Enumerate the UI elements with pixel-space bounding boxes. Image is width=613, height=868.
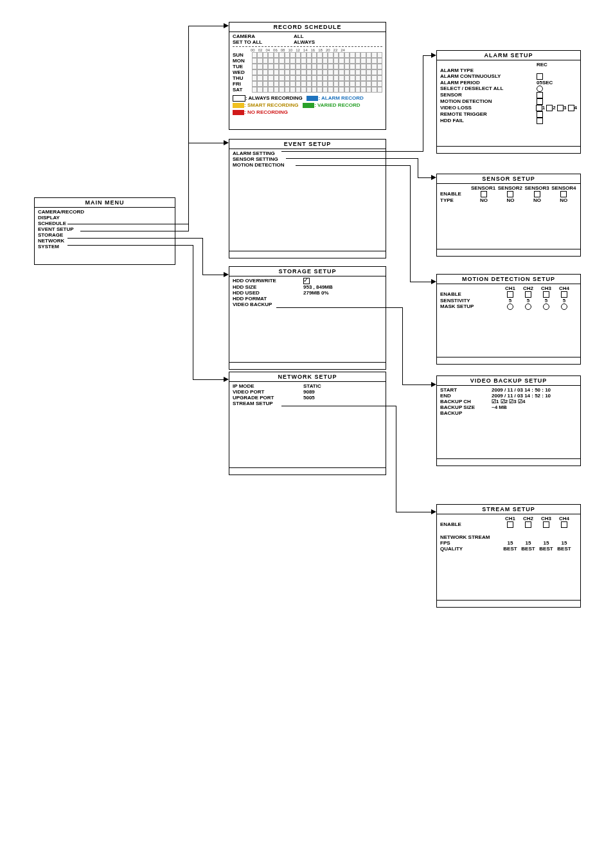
vb-start-value[interactable]: 2009 / 11 / 03 14 : 50 : 10 bbox=[492, 387, 551, 393]
schedule-cell[interactable] bbox=[301, 69, 306, 75]
schedule-cell[interactable] bbox=[257, 52, 262, 58]
stream-ch3-fps[interactable]: 15 bbox=[537, 540, 555, 546]
schedule-cell[interactable] bbox=[301, 52, 306, 58]
schedule-cell[interactable] bbox=[268, 52, 273, 58]
schedule-cell[interactable] bbox=[323, 52, 328, 58]
schedule-cell[interactable] bbox=[285, 75, 290, 81]
schedule-cell[interactable] bbox=[290, 64, 295, 69]
schedule-cell[interactable] bbox=[360, 75, 366, 81]
schedule-cell[interactable] bbox=[333, 87, 339, 93]
sensor2-enable[interactable] bbox=[507, 191, 513, 197]
motion-ch1-sens[interactable]: 5 bbox=[501, 298, 519, 303]
schedule-cell[interactable] bbox=[333, 81, 339, 87]
stream-ch1-enable[interactable] bbox=[507, 521, 513, 528]
schedule-cell[interactable] bbox=[366, 69, 371, 75]
schedule-cell[interactable] bbox=[257, 87, 262, 93]
stream-ch4-enable[interactable] bbox=[561, 521, 567, 528]
schedule-cell[interactable] bbox=[350, 58, 355, 64]
vloss-ch2-check[interactable] bbox=[546, 105, 553, 111]
schedule-cell[interactable] bbox=[268, 75, 273, 81]
schedule-cell[interactable] bbox=[366, 87, 371, 93]
schedule-cell[interactable] bbox=[274, 64, 279, 69]
schedule-cell[interactable] bbox=[279, 58, 284, 64]
schedule-cell[interactable] bbox=[296, 81, 301, 87]
schedule-cell[interactable] bbox=[328, 58, 333, 64]
upgrade-port-value[interactable]: 5005 bbox=[303, 395, 315, 401]
schedule-cell[interactable] bbox=[355, 52, 360, 58]
schedule-cell[interactable] bbox=[355, 75, 360, 81]
schedule-cell[interactable] bbox=[301, 64, 306, 69]
schedule-cell[interactable] bbox=[268, 81, 273, 87]
schedule-cell[interactable] bbox=[301, 58, 306, 64]
sensor3-enable[interactable] bbox=[534, 191, 540, 197]
schedule-cell[interactable] bbox=[257, 64, 262, 69]
schedule-cell[interactable] bbox=[328, 64, 333, 69]
stream-ch2-quality[interactable]: BEST bbox=[519, 546, 537, 552]
schedule-cell[interactable] bbox=[328, 75, 333, 81]
schedule-cell[interactable] bbox=[285, 69, 290, 75]
schedule-cell[interactable] bbox=[290, 75, 295, 81]
schedule-cell[interactable] bbox=[328, 69, 333, 75]
schedule-cell[interactable] bbox=[306, 64, 312, 69]
schedule-cell[interactable] bbox=[263, 75, 268, 81]
schedule-cell[interactable] bbox=[312, 69, 317, 75]
motion-ch3-sens[interactable]: 5 bbox=[537, 298, 555, 303]
schedule-cell[interactable] bbox=[268, 58, 273, 64]
motion-ch1-enable[interactable] bbox=[507, 291, 513, 298]
schedule-cell[interactable] bbox=[257, 58, 262, 64]
schedule-cell[interactable] bbox=[301, 87, 306, 93]
schedule-cell[interactable] bbox=[344, 69, 350, 75]
schedule-cell[interactable] bbox=[371, 75, 377, 81]
schedule-cell[interactable] bbox=[377, 87, 382, 93]
schedule-cell[interactable] bbox=[301, 75, 306, 81]
schedule-cell[interactable] bbox=[333, 52, 339, 58]
stream-ch2-enable[interactable] bbox=[525, 521, 531, 528]
schedule-cell[interactable] bbox=[285, 87, 290, 93]
schedule-cell[interactable] bbox=[377, 52, 382, 58]
schedule-cell[interactable] bbox=[252, 52, 257, 58]
schedule-cell[interactable] bbox=[317, 52, 322, 58]
schedule-cell[interactable] bbox=[323, 64, 328, 69]
schedule-cell[interactable] bbox=[252, 69, 257, 75]
schedule-cell[interactable] bbox=[333, 75, 339, 81]
schedule-cell[interactable] bbox=[252, 64, 257, 69]
schedule-cell[interactable] bbox=[366, 81, 371, 87]
schedule-cell[interactable] bbox=[366, 58, 371, 64]
stream-setup-link[interactable]: STREAM SETUP bbox=[233, 401, 273, 406]
schedule-cell[interactable] bbox=[263, 64, 268, 69]
motion-ch3-enable[interactable] bbox=[543, 291, 549, 298]
schedule-cell[interactable] bbox=[366, 64, 371, 69]
motion-ch4-mask[interactable] bbox=[561, 303, 567, 310]
schedule-cell[interactable] bbox=[290, 52, 295, 58]
schedule-cell[interactable] bbox=[279, 52, 284, 58]
schedule-cell[interactable] bbox=[323, 81, 328, 87]
schedule-cell[interactable] bbox=[296, 52, 301, 58]
schedule-cell[interactable] bbox=[312, 81, 317, 87]
schedule-cell[interactable] bbox=[285, 52, 290, 58]
schedule-cell[interactable] bbox=[344, 75, 350, 81]
schedule-cell[interactable] bbox=[317, 58, 322, 64]
vloss-ch4-check[interactable] bbox=[568, 105, 574, 111]
schedule-cell[interactable] bbox=[285, 64, 290, 69]
menu-camera-record[interactable]: CAMERA/RECORD bbox=[38, 209, 172, 215]
schedule-cell[interactable] bbox=[296, 69, 301, 75]
schedule-cell[interactable] bbox=[350, 75, 355, 81]
schedule-cell[interactable] bbox=[290, 81, 295, 87]
schedule-cell[interactable] bbox=[355, 87, 360, 93]
stream-ch3-quality[interactable]: BEST bbox=[537, 546, 555, 552]
schedule-cell[interactable] bbox=[312, 52, 317, 58]
schedule-cell[interactable] bbox=[279, 81, 284, 87]
schedule-cell[interactable] bbox=[323, 69, 328, 75]
schedule-cell[interactable] bbox=[257, 69, 262, 75]
menu-network[interactable]: NETWORK bbox=[38, 238, 172, 244]
schedule-cell[interactable] bbox=[312, 75, 317, 81]
menu-display[interactable]: DISPLAY bbox=[38, 215, 172, 221]
menu-storage[interactable]: STORAGE bbox=[38, 232, 172, 238]
schedule-cell[interactable] bbox=[360, 81, 366, 87]
schedule-cell[interactable] bbox=[350, 81, 355, 87]
schedule-cell[interactable] bbox=[274, 81, 279, 87]
schedule-cell[interactable] bbox=[306, 87, 312, 93]
schedule-cell[interactable] bbox=[360, 64, 366, 69]
schedule-cell[interactable] bbox=[323, 75, 328, 81]
schedule-cell[interactable] bbox=[263, 87, 268, 93]
